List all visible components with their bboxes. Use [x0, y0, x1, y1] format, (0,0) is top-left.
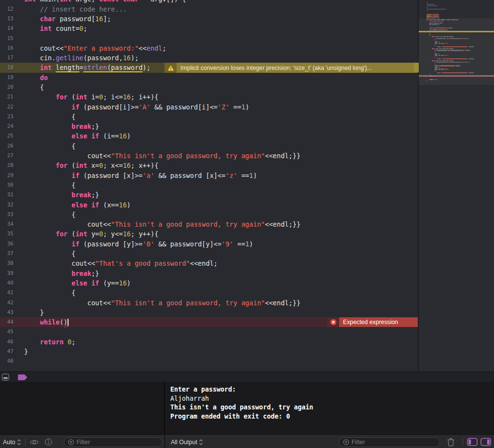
line-number[interactable]: 12	[0, 4, 14, 14]
code-line[interactable]: 43 }	[0, 308, 418, 317]
code-line[interactable]: 40 else if (y==16)	[0, 278, 418, 288]
code-line[interactable]: 37 {	[0, 249, 418, 258]
line-number[interactable]: 24	[0, 122, 14, 131]
code-line[interactable]: 28 for (int x=0; x<=16; x++){	[0, 161, 418, 170]
code-line[interactable]: 42 cout<<"This isn't a good password, tr…	[0, 298, 418, 308]
code-line[interactable]: 35 for (int y=0; y<=16; y++){	[0, 229, 418, 239]
line-number[interactable]: 41	[0, 288, 14, 298]
code-line[interactable]: 46 return 0;	[0, 337, 418, 347]
code-line[interactable]: 26 {	[0, 141, 418, 151]
code-line[interactable]: 23 {	[0, 112, 418, 122]
error-badge[interactable]: Expected expression	[327, 317, 418, 327]
line-number[interactable]: 19	[0, 73, 14, 82]
line-number[interactable]: 31	[0, 190, 14, 200]
divider	[463, 438, 463, 446]
line-number[interactable]: 44	[0, 317, 14, 327]
minimap-error-band	[419, 75, 494, 77]
info-icon[interactable]	[45, 438, 52, 446]
show-variables-view-icon[interactable]	[467, 438, 478, 446]
breakpoint-toggle-icon[interactable]	[18, 374, 27, 380]
variables-filter-input[interactable]	[77, 439, 158, 446]
line-number[interactable]: 25	[0, 131, 14, 141]
line-number[interactable]: 36	[0, 239, 14, 249]
line-number[interactable]: 21	[0, 92, 14, 102]
console-filter-input[interactable]	[352, 439, 436, 446]
code-line[interactable]: 48	[0, 356, 418, 366]
line-number[interactable]: 18	[0, 63, 14, 72]
code-lines[interactable]: int main(int argc, const char * argv[]) …	[0, 0, 418, 367]
line-number[interactable]: 29	[0, 171, 14, 180]
scope-dropdown[interactable]: Auto	[3, 439, 21, 446]
line-number[interactable]: 35	[0, 229, 14, 239]
trash-icon[interactable]	[447, 438, 455, 447]
output-scope-dropdown[interactable]: All Output	[171, 439, 203, 446]
source-editor[interactable]: int main(int argc, const char * argv[]) …	[0, 0, 494, 371]
code-line[interactable]: 22 if (password[i]>='A' && password[i]<=…	[0, 102, 418, 112]
line-number[interactable]: 28	[0, 161, 14, 170]
code-line[interactable]: 47}	[0, 347, 418, 356]
code-line[interactable]: 44 while()Expected expression	[0, 317, 418, 327]
line-number[interactable]: 39	[0, 269, 14, 278]
code-line[interactable]: 45	[0, 327, 418, 337]
code-line[interactable]: 38 cout<<"That's a good password"<<endl;	[0, 258, 418, 268]
line-number[interactable]: 22	[0, 102, 14, 112]
code-line[interactable]: 24 break;}	[0, 122, 418, 131]
line-number[interactable]: 13	[0, 14, 14, 24]
code-line[interactable]: 13 char password[16];	[0, 14, 418, 24]
code-line[interactable]: 32 else if (x==16)	[0, 200, 418, 210]
code-line[interactable]: 36 if (password [y]>='0' && password[y]<…	[0, 239, 418, 249]
warning-badge[interactable]: Implicit conversion loses integer precis…	[165, 63, 418, 72]
line-number[interactable]: 43	[0, 308, 14, 317]
line-number[interactable]: 30	[0, 180, 14, 190]
code-line[interactable]: int main(int argc, const char * argv[]) …	[0, 0, 418, 4]
line-number[interactable]: 38	[0, 258, 14, 268]
minimap[interactable]	[418, 0, 494, 371]
code-line[interactable]: 41 {	[0, 288, 418, 298]
code-line[interactable]: 34 cout<<"This isn't a good password, tr…	[0, 219, 418, 229]
line-number[interactable]: 47	[0, 347, 14, 356]
code-line[interactable]: 12 // insert code here...	[0, 4, 418, 14]
line-number[interactable]: 48	[0, 356, 14, 366]
code-line[interactable]: 16 cout<<"Enter a password:"<<endl;	[0, 43, 418, 53]
line-number[interactable]: 27	[0, 151, 14, 161]
console-output[interactable]: Enter a password:AljoharrahThis isn't a …	[165, 382, 494, 435]
line-number[interactable]: 42	[0, 298, 14, 308]
line-number[interactable]: 14	[0, 24, 14, 33]
line-number[interactable]: 26	[0, 141, 14, 151]
code-line[interactable]: 19 do	[0, 73, 418, 82]
code-line[interactable]: 27 cout<<"This isn't a good password, tr…	[0, 151, 418, 161]
code-line[interactable]: 39 break;}	[0, 269, 418, 278]
code-line[interactable]: 20 {	[0, 82, 418, 92]
warning-scroll-marker	[414, 63, 419, 72]
line-number[interactable]: 23	[0, 112, 14, 122]
code-line[interactable]: 33 {	[0, 210, 418, 219]
code-line[interactable]: 30 {	[0, 180, 418, 190]
variables-filter-field[interactable]	[64, 437, 163, 447]
code-line[interactable]: 15	[0, 34, 418, 43]
eye-icon[interactable]	[29, 439, 39, 446]
line-number[interactable]: 17	[0, 53, 14, 63]
code-line[interactable]: 17 cin.getline(password,16);	[0, 53, 418, 63]
line-number[interactable]: 16	[0, 43, 14, 53]
code-line[interactable]: 25 else if (i==16)	[0, 131, 418, 141]
line-number[interactable]: 40	[0, 278, 14, 288]
line-number[interactable]: 32	[0, 200, 14, 210]
code-line[interactable]: 29 if (password [x]>='a' && password [x]…	[0, 171, 418, 180]
code-line[interactable]: 14 int count=0;	[0, 24, 418, 33]
line-number[interactable]: 20	[0, 82, 14, 92]
code-pane[interactable]: int main(int argc, const char * argv[]) …	[0, 0, 418, 371]
line-number[interactable]: 15	[0, 34, 14, 43]
code-line[interactable]: 21 for (int i=0; i<=16; i++){	[0, 92, 418, 102]
line-number[interactable]: 37	[0, 249, 14, 258]
code-line[interactable]: 18 int length=strlen(password);Implicit …	[0, 63, 418, 72]
variables-view[interactable]	[0, 382, 165, 435]
code-line[interactable]: 31 break;}	[0, 190, 418, 200]
line-number[interactable]: 34	[0, 219, 14, 229]
line-number[interactable]: 33	[0, 210, 14, 219]
console-filter-field[interactable]	[339, 437, 440, 447]
show-console-icon[interactable]	[480, 438, 491, 446]
hide-debug-area-icon[interactable]	[2, 374, 9, 380]
line-number[interactable]: 46	[0, 337, 14, 347]
line-number[interactable]: 45	[0, 327, 14, 337]
console-line: This isn't a good password, try again	[170, 403, 494, 412]
